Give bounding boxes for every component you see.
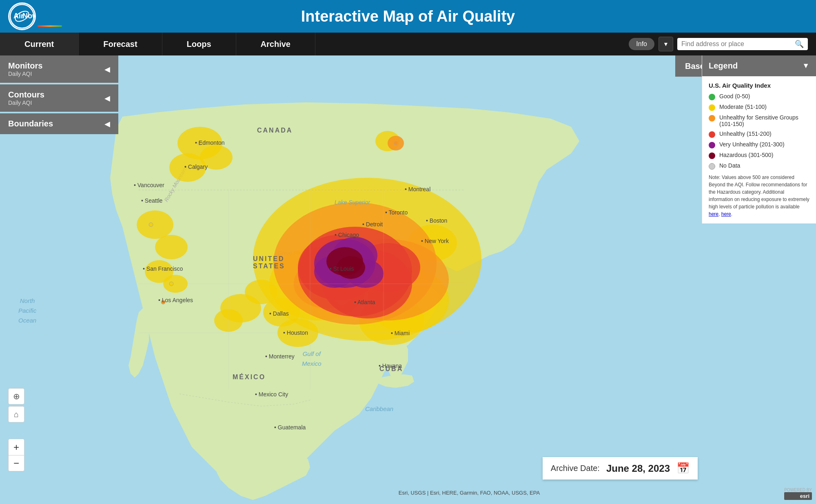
logo-underline: [38, 25, 62, 27]
svg-point-39: [198, 141, 202, 145]
legend-link-2[interactable]: here: [721, 211, 731, 217]
legend-item-hazardous: Hazardous (301-500): [709, 152, 809, 159]
search-input[interactable]: [681, 40, 792, 48]
legend-label-moderate: Moderate (51-100): [719, 104, 767, 110]
svg-point-40: [394, 141, 398, 145]
hazardous-dot: [709, 153, 715, 159]
good-dot: [709, 94, 715, 100]
svg-point-38: [337, 256, 365, 279]
header: Air Now Interactive Map of Air Quality: [0, 0, 816, 33]
archive-value: June 28, 2023: [606, 463, 670, 474]
legend-item-unhealthy: Unhealthy (151-200): [709, 130, 809, 138]
svg-point-12: [155, 235, 188, 259]
legend-item-nodata: No Data: [709, 162, 809, 170]
legend-header: Legend ▼: [702, 55, 816, 76]
legend-label-very-unhealthy: Very Unhealthy (201-300): [719, 141, 785, 148]
dropdown-button[interactable]: ▼: [659, 37, 673, 51]
legend-label-sensitive: Unhealthy for Sensitive Groups (101-150): [719, 114, 809, 127]
legend-label-good: Good (0-50): [719, 93, 750, 99]
powered-by: POWERED BY: [784, 488, 812, 492]
tab-current[interactable]: Current: [0, 33, 79, 55]
legend-note: Note: Values above 500 are considered Be…: [709, 174, 809, 218]
svg-point-9: [200, 145, 233, 170]
legend-link-1[interactable]: here: [709, 211, 718, 217]
map-container[interactable]: Rocky Mountains Great Plains: [0, 55, 816, 504]
svg-text:Now: Now: [22, 12, 35, 20]
navbar: Current Forecast Loops Archive Info ▼ 🔍: [0, 33, 816, 55]
nav-right: Info ▼ 🔍: [629, 33, 816, 55]
contours-panel[interactable]: Contours Daily AQI ◀: [0, 84, 118, 112]
logo-circle: Air Now: [8, 2, 36, 30]
legend-label-nodata: No Data: [719, 162, 740, 169]
unhealthy-dot: [709, 131, 715, 138]
legend-collapse-arrow[interactable]: ▼: [802, 62, 809, 70]
monitors-title: Monitors: [8, 61, 42, 71]
logo-area: Air Now: [8, 2, 36, 30]
search-icon[interactable]: 🔍: [795, 40, 804, 49]
tab-archive[interactable]: Archive: [236, 33, 315, 55]
esri-brand: esri: [784, 492, 812, 500]
legend-item-sensitive: Unhealthy for Sensitive Groups (101-150): [709, 114, 809, 127]
legend: Legend ▼ U.S. Air Quality Index Good (0-…: [702, 55, 816, 223]
home-btn[interactable]: ⌂: [8, 406, 24, 422]
contours-title: Contours: [8, 90, 44, 99]
legend-label-hazardous: Hazardous (301-500): [719, 152, 773, 158]
nodata-dot: [709, 163, 715, 170]
legend-label-unhealthy: Unhealthy (151-200): [719, 130, 772, 137]
boundaries-arrow: ◀: [104, 119, 110, 128]
moderate-dot: [709, 104, 715, 111]
map-background: Rocky Mountains Great Plains: [0, 55, 816, 504]
legend-item-very-unhealthy: Very Unhealthy (201-300): [709, 141, 809, 148]
attribution: Esri, USGS | Esri, HERE, Garmin, FAO, NO…: [122, 490, 816, 496]
left-panel: Monitors Daily AQI ◀ Contours Daily AQI …: [0, 55, 118, 136]
boundaries-title: Boundaries: [8, 119, 53, 128]
svg-point-43: [161, 300, 165, 304]
map-controls: ⊕ ⌂: [8, 388, 24, 422]
zoom-in-button[interactable]: +: [8, 439, 24, 455]
legend-item-good: Good (0-50): [709, 93, 809, 100]
monitors-panel[interactable]: Monitors Daily AQI ◀: [0, 55, 118, 83]
archive-label: Archive Date:: [551, 464, 600, 473]
calendar-button[interactable]: 📅: [676, 462, 690, 475]
boundaries-panel[interactable]: Boundaries ◀: [0, 113, 118, 134]
esri-logo: POWERED BY esri: [784, 488, 812, 500]
svg-point-41: [149, 223, 153, 227]
archive-date: Archive Date: June 28, 2023 📅: [543, 457, 698, 480]
attribution-text: Esri, USGS | Esri, HERE, Garmin, FAO, NO…: [399, 490, 540, 496]
location-btn[interactable]: ⊕: [8, 388, 24, 405]
page-title: Interactive Map of Air Quality: [301, 8, 515, 25]
sensitive-dot: [709, 115, 715, 122]
svg-point-11: [137, 210, 173, 239]
monitors-subtitle: Daily AQI: [8, 71, 42, 77]
search-box: 🔍: [677, 38, 808, 50]
info-button[interactable]: Info: [629, 38, 654, 50]
tab-loops[interactable]: Loops: [162, 33, 236, 55]
contours-arrow: ◀: [104, 94, 110, 103]
contours-subtitle: Daily AQI: [8, 99, 44, 106]
legend-subtitle: U.S. Air Quality Index: [709, 82, 809, 89]
monitors-arrow: ◀: [104, 65, 110, 74]
very-unhealthy-dot: [709, 142, 715, 148]
tab-forecast[interactable]: Forecast: [79, 33, 162, 55]
legend-item-moderate: Moderate (51-100): [709, 104, 809, 111]
zoom-controls: + −: [8, 439, 24, 471]
legend-title: Legend: [709, 61, 738, 71]
zoom-out-button[interactable]: −: [8, 455, 24, 471]
